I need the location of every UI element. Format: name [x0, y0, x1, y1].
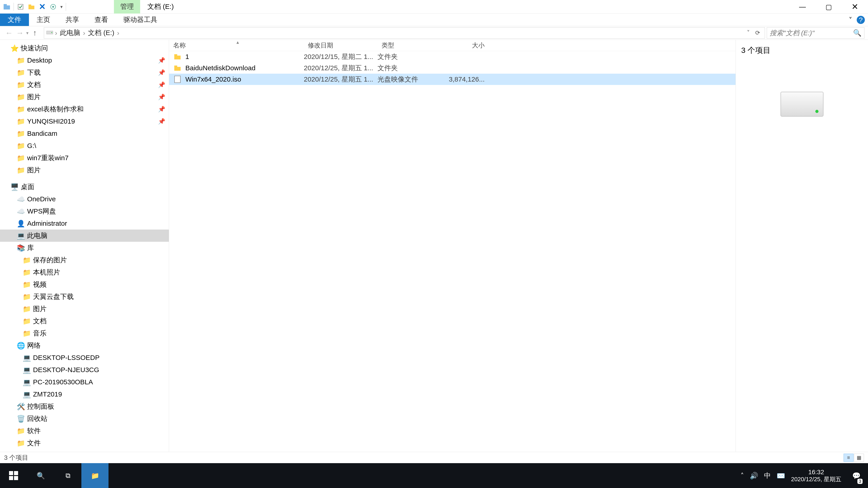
pin-icon: 📌: [158, 69, 165, 76]
tree-label: Bandicam: [27, 130, 57, 137]
file-size: 3,874,126...: [437, 75, 489, 83]
svg-rect-10: [174, 54, 177, 56]
tree-item[interactable]: 📁文档📌: [0, 78, 169, 91]
notifications-button[interactable]: 💬3: [847, 463, 865, 488]
table-row[interactable]: 12020/12/15, 星期二 1...文件夹: [169, 51, 736, 62]
refresh-button[interactable]: ⟳: [752, 29, 763, 36]
breadcrumb-item[interactable]: 文档 (E:): [87, 28, 116, 37]
minimize-button[interactable]: —: [789, 0, 815, 13]
search-box[interactable]: 🔍: [767, 27, 864, 39]
tree-item[interactable]: 👤Administrator: [0, 217, 169, 230]
qat-folder-icon[interactable]: [26, 2, 36, 12]
tree-item[interactable]: 📁图片: [0, 303, 169, 315]
search-taskbar-button[interactable]: 🔍: [27, 463, 54, 488]
tree-item[interactable]: 💻DESKTOP-NJEU3CG: [0, 364, 169, 376]
ime-indicator[interactable]: 中: [764, 471, 771, 480]
tray-overflow-icon[interactable]: ˄: [741, 472, 744, 480]
maximize-button[interactable]: ▢: [815, 0, 842, 13]
file-type: 文件夹: [377, 64, 437, 73]
qat-settings-icon[interactable]: [48, 2, 58, 12]
up-button[interactable]: ↑: [29, 28, 40, 38]
tree-recycle-bin[interactable]: 🗑️ 回收站: [0, 413, 169, 425]
tree-item[interactable]: 📁Desktop📌: [0, 54, 169, 66]
tree-item[interactable]: 📁YUNQISHI2019📌: [0, 115, 169, 127]
tree-item[interactable]: 📁保存的图片: [0, 254, 169, 266]
task-view-button[interactable]: ⧉: [54, 463, 81, 488]
tree-desktop[interactable]: 🖥️ 桌面: [0, 181, 169, 193]
ribbon-tab-file[interactable]: 文件: [0, 13, 29, 26]
tree-item[interactable]: 📁音乐: [0, 327, 169, 339]
svg-rect-14: [9, 471, 13, 475]
details-view-button[interactable]: ≡: [844, 454, 854, 462]
pic-icon: 📁: [16, 166, 25, 175]
search-icon[interactable]: 🔍: [853, 29, 862, 37]
tree-item[interactable]: 📚库: [0, 242, 169, 254]
qat-close-x-icon[interactable]: ✕: [37, 2, 47, 12]
tree-item[interactable]: 💻DESKTOP-LSSOEDP: [0, 352, 169, 364]
clock[interactable]: 16:32 2020/12/25, 星期五: [791, 468, 841, 483]
column-headers: ▴ 名称 修改日期 类型 大小: [169, 40, 736, 51]
tree-item[interactable]: 💻ZMT2019: [0, 388, 169, 400]
file-explorer-taskbar-button[interactable]: 📁: [81, 463, 108, 488]
history-dropdown-icon[interactable]: ▾: [25, 30, 29, 36]
tree-label: 图片: [33, 304, 46, 314]
tree-item[interactable]: 💻PC-20190530OBLA: [0, 376, 169, 388]
qat-dropdown-icon[interactable]: ▾: [59, 4, 64, 9]
search-input[interactable]: [770, 29, 853, 37]
tree-item[interactable]: 📁本机照片: [0, 266, 169, 278]
tree-control-panel[interactable]: 🛠️ 控制面板: [0, 400, 169, 413]
column-type[interactable]: 类型: [377, 40, 437, 51]
ribbon-tab-view[interactable]: 查看: [87, 13, 116, 26]
column-size[interactable]: 大小: [437, 40, 489, 51]
start-button[interactable]: [0, 463, 27, 488]
qat-app-icon[interactable]: [2, 2, 12, 12]
tree-label: win7重装win7: [27, 153, 68, 163]
tree-label: G:\: [27, 142, 36, 150]
tree-item[interactable]: 📁excel表格制作求和📌: [0, 103, 169, 115]
file-type: 文件夹: [377, 52, 437, 61]
tree-label: 文件: [27, 438, 41, 448]
window-controls: — ▢ ✕: [789, 0, 868, 13]
star-icon: ⭐: [10, 43, 19, 53]
back-button[interactable]: ←: [4, 28, 14, 38]
icons-view-button[interactable]: ▦: [854, 454, 864, 462]
tree-item[interactable]: 📁win7重装win7: [0, 152, 169, 164]
tree-quick-access[interactable]: ⭐ 快速访问: [0, 42, 169, 54]
ribbon-expand-icon[interactable]: ˅: [849, 16, 852, 24]
forward-button[interactable]: →: [14, 28, 25, 38]
tree-network[interactable]: 🌐 网络: [0, 339, 169, 352]
tree-item[interactable]: 📁下载📌: [0, 66, 169, 78]
tree-item[interactable]: 💻此电脑: [0, 230, 169, 242]
tree-item[interactable]: 📁天翼云盘下载: [0, 291, 169, 303]
ribbon-tab-drive-tools[interactable]: 驱动器工具: [116, 13, 165, 26]
tree-item[interactable]: 📁Bandicam: [0, 127, 169, 140]
help-icon[interactable]: ?: [857, 16, 865, 24]
ribbon-context-tab[interactable]: 管理: [114, 0, 140, 13]
qat-checkbox-icon[interactable]: [16, 2, 26, 12]
tree-item[interactable]: 📁图片📌: [0, 91, 169, 103]
folder-icon: 📁: [16, 438, 25, 448]
mail-icon[interactable]: ✉️: [777, 472, 785, 480]
tree-item[interactable]: 📁图片: [0, 164, 169, 176]
tree-item[interactable]: 📁文档: [0, 315, 169, 327]
tree-item[interactable]: ☁️WPS网盘: [0, 205, 169, 217]
tree-files[interactable]: 📁 文件: [0, 437, 169, 449]
volume-icon[interactable]: 🔊: [750, 472, 758, 480]
table-row[interactable]: Win7x64_2020.iso2020/12/25, 星期五 1...光盘映像…: [169, 74, 736, 85]
pc-icon: 💻: [16, 231, 25, 240]
close-button[interactable]: ✕: [842, 0, 868, 13]
computer-icon: 💻: [22, 365, 31, 375]
breadcrumb[interactable]: › 此电脑 › 文档 (E:) › ˅ ⟳: [44, 27, 765, 39]
ribbon-tab-share[interactable]: 共享: [58, 13, 87, 26]
ribbon-tab-home[interactable]: 主页: [29, 13, 58, 26]
tree-item[interactable]: 📁G:\: [0, 140, 169, 152]
pic-icon: 📁: [22, 256, 31, 265]
table-row[interactable]: BaiduNetdiskDownload2020/12/25, 星期五 1...…: [169, 62, 736, 74]
tree-item[interactable]: 📁视频: [0, 278, 169, 291]
tree-item[interactable]: ☁️OneDrive: [0, 193, 169, 205]
breadcrumb-item[interactable]: 此电脑: [59, 28, 82, 37]
column-date[interactable]: 修改日期: [304, 40, 377, 51]
tree-software[interactable]: 📁 软件: [0, 425, 169, 437]
navigation-tree[interactable]: ⭐ 快速访问 📁Desktop📌📁下载📌📁文档📌📁图片📌📁excel表格制作求和…: [0, 40, 169, 452]
breadcrumb-dropdown-icon[interactable]: ˅: [744, 29, 752, 36]
